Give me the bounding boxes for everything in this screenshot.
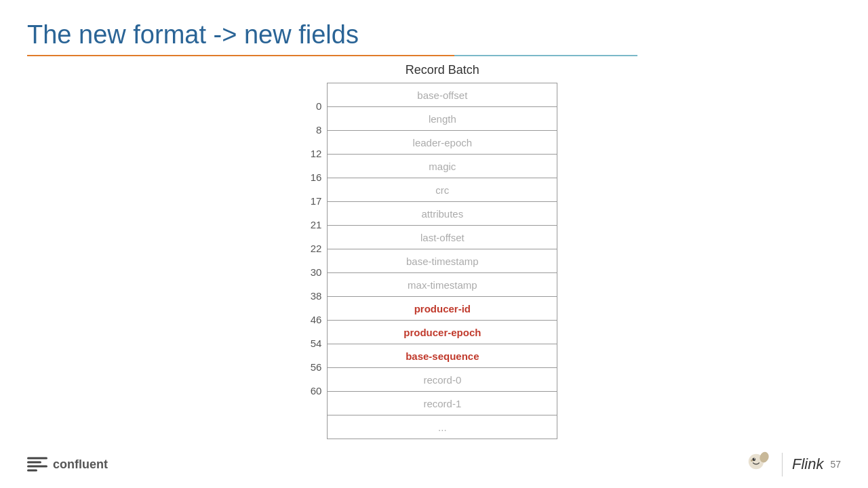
flink-text: Flink bbox=[792, 455, 823, 473]
cell-label-7: base-timestamp bbox=[328, 250, 557, 272]
table-row: base-timestamp bbox=[328, 249, 557, 273]
table-row: leader-epoch bbox=[328, 131, 557, 155]
cell-label-9: producer-id bbox=[328, 298, 557, 320]
flink-logo: Flink 57 bbox=[745, 451, 841, 478]
table-row: producer-id bbox=[328, 297, 557, 321]
cell-label-1: length bbox=[328, 108, 557, 130]
table-row: ... bbox=[328, 415, 557, 439]
cell-label-3: magic bbox=[328, 155, 557, 178]
cell-label-5: attributes bbox=[328, 203, 557, 225]
offset-label-9: 46 bbox=[311, 308, 322, 331]
table-row: record-1 bbox=[328, 392, 557, 415]
offset-column: 081216172122303846545660 bbox=[311, 63, 322, 450]
bottom-bar: confluent Flink 57 bbox=[0, 451, 868, 478]
record-batch-wrapper: Record Batch base-offsetlengthleader-epo… bbox=[327, 63, 557, 439]
offset-label-3: 16 bbox=[311, 165, 322, 189]
cell-label-0: base-offset bbox=[328, 84, 557, 106]
table-container: 081216172122303846545660 Record Batch ba… bbox=[311, 63, 558, 450]
offset-label-0: 0 bbox=[316, 94, 321, 118]
table-row: crc bbox=[328, 178, 557, 202]
offset-label-6: 22 bbox=[311, 237, 322, 260]
cell-label-4: crc bbox=[328, 179, 557, 201]
table-row: magic bbox=[328, 155, 557, 178]
table-row: record-0 bbox=[328, 368, 557, 392]
table-row: base-sequence bbox=[328, 344, 557, 368]
confluent-text: confluent bbox=[53, 458, 108, 472]
title-underline bbox=[27, 55, 637, 56]
title-section: The new format -> new fields bbox=[27, 20, 841, 56]
flink-icon bbox=[745, 451, 772, 478]
offset-label-4: 17 bbox=[311, 189, 322, 213]
separator-line bbox=[782, 453, 783, 476]
table-header: Record Batch bbox=[327, 63, 557, 83]
confluent-icon bbox=[27, 457, 47, 472]
slide-title: The new format -> new fields bbox=[27, 20, 841, 49]
cell-label-2: leader-epoch bbox=[328, 131, 557, 154]
svg-rect-0 bbox=[27, 458, 47, 460]
table-row: producer-epoch bbox=[328, 321, 557, 344]
svg-rect-2 bbox=[27, 466, 47, 468]
cell-label-8: max-timestamp bbox=[328, 274, 557, 296]
table-row: base-offset bbox=[328, 83, 557, 107]
cell-label-11: base-sequence bbox=[328, 345, 557, 367]
svg-rect-1 bbox=[27, 462, 41, 464]
cell-label-10: producer-epoch bbox=[328, 321, 557, 344]
confluent-logo: confluent bbox=[27, 457, 108, 472]
cell-label-13: record-1 bbox=[328, 392, 557, 415]
svg-point-8 bbox=[751, 460, 753, 462]
offset-label-11: 56 bbox=[311, 355, 322, 379]
content-area: 081216172122303846545660 Record Batch ba… bbox=[27, 63, 841, 450]
cell-label-12: record-0 bbox=[328, 369, 557, 391]
table-row: last-offset bbox=[328, 226, 557, 249]
offset-label-7: 30 bbox=[311, 260, 322, 284]
offset-label-10: 54 bbox=[311, 331, 322, 355]
table-row: max-timestamp bbox=[328, 273, 557, 297]
slide: The new format -> new fields 08121617212… bbox=[0, 0, 868, 488]
offset-label-5: 21 bbox=[311, 213, 322, 237]
offset-label-2: 12 bbox=[311, 142, 322, 165]
svg-point-7 bbox=[754, 458, 755, 460]
cell-label-14: ... bbox=[328, 416, 557, 439]
record-batch-table: base-offsetlengthleader-epochmagiccrcatt… bbox=[327, 83, 557, 439]
offset-label-1: 8 bbox=[316, 118, 321, 142]
svg-rect-3 bbox=[27, 470, 37, 472]
cell-label-6: last-offset bbox=[328, 226, 557, 249]
table-row: length bbox=[328, 107, 557, 131]
slide-number: 57 bbox=[830, 459, 841, 470]
offset-label-8: 38 bbox=[311, 284, 322, 308]
offset-label-12: 60 bbox=[311, 379, 322, 403]
table-row: attributes bbox=[328, 202, 557, 226]
